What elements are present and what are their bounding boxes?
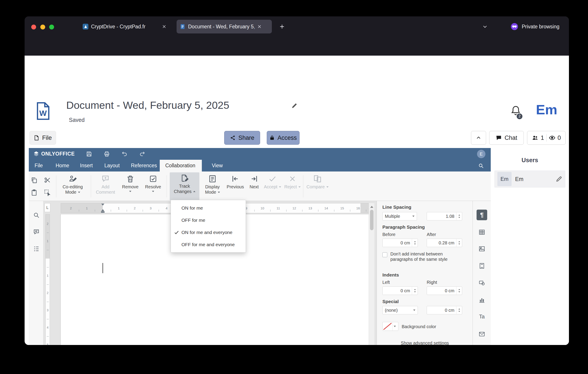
- find-button[interactable]: [32, 211, 41, 219]
- save-button[interactable]: [85, 150, 94, 158]
- v-ruler[interactable]: 21123456: [45, 214, 50, 345]
- interval-checkbox[interactable]: [382, 252, 387, 257]
- next-change-button[interactable]: Next: [246, 173, 262, 189]
- user-avatar-initials[interactable]: Em: [536, 102, 557, 117]
- left-indent-marker[interactable]: [101, 208, 104, 211]
- spinner-arrows[interactable]: [412, 239, 418, 247]
- tab-references[interactable]: References: [131, 160, 157, 171]
- line-spacing-select[interactable]: Multiple: [382, 212, 417, 220]
- private-browsing-label: Private browsing: [522, 24, 559, 30]
- chat-button[interactable]: Chat: [489, 131, 524, 145]
- chevron-down-icon: [413, 310, 415, 312]
- access-button[interactable]: Access: [267, 131, 300, 145]
- first-line-indent-marker[interactable]: [101, 204, 104, 207]
- chart-settings-tab[interactable]: [477, 295, 487, 305]
- minimize-window-button[interactable]: [40, 25, 45, 30]
- user-list-item[interactable]: Em Em: [494, 170, 565, 188]
- redo-button[interactable]: [138, 150, 147, 158]
- track-changes-button[interactable]: Track Changes: [170, 172, 200, 200]
- display-mode-button[interactable]: Display Mode: [201, 173, 224, 195]
- scrollbar-thumb[interactable]: [370, 210, 374, 230]
- coediting-mode-button[interactable]: Co-editing Mode: [58, 173, 87, 195]
- indent-right-spinner[interactable]: 0 cm: [427, 287, 462, 295]
- resolve-button[interactable]: Resolve: [142, 173, 164, 193]
- compare-button[interactable]: Compare: [306, 173, 329, 189]
- shape-settings-tab[interactable]: [477, 278, 487, 288]
- list-all-tabs-button[interactable]: [480, 22, 490, 31]
- spacing-before-spinner[interactable]: 0 cm: [382, 239, 418, 247]
- print-button[interactable]: [102, 150, 111, 158]
- text-art-settings-tab[interactable]: Ta: [477, 311, 487, 322]
- file-button[interactable]: File: [30, 131, 56, 145]
- tab-cryptdrive[interactable]: CryptDrive - CryptPad.fr: [80, 20, 169, 33]
- table-settings-tab[interactable]: [477, 227, 487, 238]
- tab-collaboration-active[interactable]: Collaboration: [165, 160, 195, 171]
- search-button[interactable]: [477, 162, 485, 169]
- previous-change-button[interactable]: Previous: [225, 173, 245, 189]
- new-tab-button[interactable]: [277, 21, 287, 32]
- tab-title: Document - Wed, February 5, 2: [188, 24, 254, 30]
- close-tab-icon[interactable]: [257, 24, 262, 29]
- image-settings-tab[interactable]: [477, 243, 487, 254]
- spacing-after-spinner[interactable]: 0.28 cm: [427, 239, 462, 247]
- cut-button[interactable]: [43, 176, 52, 185]
- notifications-button[interactable]: 2: [510, 105, 523, 119]
- menu-item-off-for-me[interactable]: OFF for me: [171, 214, 246, 226]
- background-color-picker[interactable]: [382, 322, 398, 331]
- indent-left-spinner[interactable]: 0 cm: [382, 287, 418, 295]
- tab-file[interactable]: File: [35, 160, 43, 171]
- text-art-icon: Ta: [479, 313, 484, 320]
- zoom-window-button[interactable]: [49, 25, 54, 30]
- left-indent-box[interactable]: [101, 211, 105, 213]
- ruler-tick: [270, 210, 271, 212]
- tab-document-active[interactable]: Document - Wed, February 5, 2: [177, 20, 272, 33]
- spinner-arrows[interactable]: [412, 287, 418, 295]
- vertical-scrollbar[interactable]: [369, 203, 374, 345]
- menu-item-off-for-everyone[interactable]: OFF for me and everyone: [171, 239, 246, 250]
- share-icon: [230, 135, 236, 141]
- close-window-button[interactable]: [31, 25, 36, 30]
- paragraph-settings-tab[interactable]: ¶: [477, 210, 487, 220]
- edit-title-pencil-icon[interactable]: [291, 102, 298, 109]
- mail-merge-tab[interactable]: [477, 329, 487, 339]
- tab-home[interactable]: Home: [56, 160, 69, 171]
- members-viewers-button[interactable]: 1 0: [527, 131, 566, 145]
- comments-panel-button[interactable]: [32, 228, 41, 236]
- collapse-toolbar-button[interactable]: [471, 131, 486, 145]
- line-spacing-amount-spinner[interactable]: 1.08: [427, 212, 462, 220]
- rename-pencil-icon[interactable]: [556, 176, 562, 182]
- paste-button[interactable]: [30, 188, 39, 197]
- special-amount-spinner[interactable]: 0 cm: [427, 306, 462, 314]
- spinner-arrows[interactable]: [456, 239, 462, 247]
- close-tab-icon[interactable]: [162, 24, 166, 29]
- add-comment-button[interactable]: Add Comment: [94, 173, 117, 195]
- accept-button[interactable]: Accept: [262, 173, 283, 189]
- tab-view[interactable]: View: [212, 160, 223, 171]
- menu-item-on-for-me[interactable]: ON for me: [171, 202, 246, 214]
- tab-insert[interactable]: Insert: [80, 160, 93, 171]
- menu-item-on-for-everyone[interactable]: ON for me and everyone: [171, 226, 246, 239]
- background-color-label: Background color: [402, 324, 436, 329]
- spinner-arrows[interactable]: [456, 287, 462, 295]
- copy-button[interactable]: [30, 176, 39, 185]
- spinner-arrows[interactable]: [456, 306, 462, 314]
- advanced-settings-link[interactable]: Show advanced settings: [377, 341, 473, 345]
- share-button[interactable]: Share: [224, 131, 260, 145]
- select-all-button[interactable]: [43, 188, 52, 197]
- tab-layout[interactable]: Layout: [104, 160, 120, 171]
- undo-button[interactable]: [120, 150, 129, 158]
- people-icon: [532, 135, 538, 141]
- special-select[interactable]: (none): [382, 306, 418, 314]
- navigation-panel-button[interactable]: [32, 244, 41, 253]
- editor-user-avatar[interactable]: E: [477, 150, 485, 158]
- ruler-tick: [47, 319, 49, 319]
- remove-comment-button[interactable]: Remove: [119, 173, 141, 193]
- document-title[interactable]: Document - Wed, February 5, 2025: [66, 99, 229, 111]
- header-footer-settings-tab[interactable]: [477, 260, 487, 271]
- scroll-up-arrow[interactable]: [370, 204, 373, 208]
- reject-button[interactable]: Reject: [283, 173, 302, 189]
- scissors-icon: [44, 177, 51, 184]
- tab-stop-selector[interactable]: L: [44, 203, 50, 212]
- word-doc-icon: W: [36, 101, 50, 121]
- spinner-arrows[interactable]: [456, 212, 462, 220]
